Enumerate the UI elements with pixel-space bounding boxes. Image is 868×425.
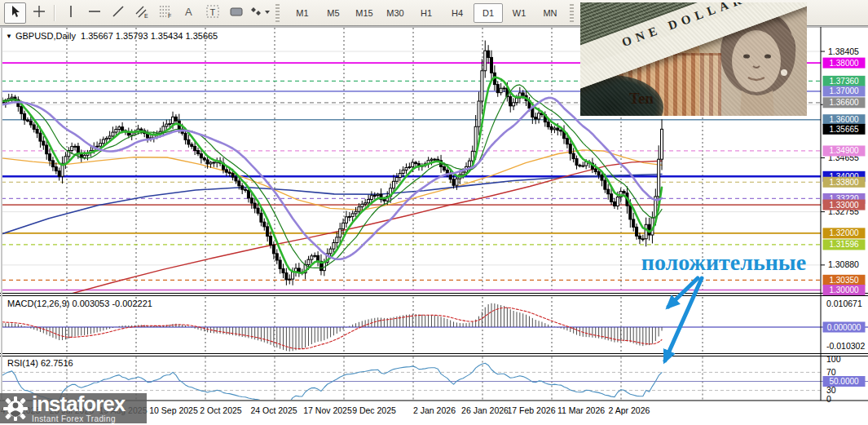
rectangle-tool-button[interactable] bbox=[225, 2, 247, 24]
date-label: 17 Nov 2025 bbox=[303, 405, 352, 415]
price-level-badge-label: 1.30350 bbox=[829, 276, 859, 285]
symbol-name: GBPUSD,Daily bbox=[15, 31, 76, 41]
text-tool-button[interactable]: A bbox=[178, 2, 200, 24]
arrows-tool-button[interactable] bbox=[249, 2, 271, 24]
macd-indicator-label: MACD(12,26,9) 0.003053 -0.002221 bbox=[7, 299, 152, 308]
price-level-badge-label: 1.33000 bbox=[829, 201, 859, 210]
price-level-badge-label: 1.37360 bbox=[829, 77, 859, 86]
rsi-axis-label: 100 bbox=[826, 354, 841, 364]
fibonacci-tool-button[interactable]: F bbox=[154, 2, 176, 24]
svg-text:A: A bbox=[185, 6, 192, 18]
photo-grain-overlay bbox=[580, 2, 807, 116]
price-level-badge-label: 1.34900 bbox=[829, 146, 859, 155]
drawing-toolbar: EFAT bbox=[3, 2, 284, 24]
timeframe-m15-button[interactable]: M15 bbox=[350, 3, 379, 23]
crosshair-icon bbox=[32, 4, 46, 22]
rectangle-icon bbox=[229, 4, 244, 22]
candlestick-series bbox=[2, 41, 663, 286]
price-level-badge-label: 1.31596 bbox=[829, 240, 859, 249]
chevron-down-icon[interactable]: ▼ bbox=[6, 33, 12, 40]
macd-axis-label: -0.010302 bbox=[826, 341, 865, 351]
ohlc-quotes: 1.35667 1.35793 1.35434 1.35665 bbox=[81, 31, 218, 41]
date-label: 2 Oct 2025 bbox=[200, 405, 242, 415]
svg-text:T: T bbox=[209, 7, 215, 16]
price-tick-label: 1.30880 bbox=[828, 259, 859, 269]
date-label: 24 Oct 2025 bbox=[250, 405, 297, 415]
cursor-icon bbox=[8, 4, 23, 22]
text-label-tool-button[interactable]: T bbox=[201, 2, 223, 24]
toolbar-grip[interactable] bbox=[275, 4, 280, 22]
crosshair-tool-button[interactable] bbox=[28, 2, 50, 24]
timeframe-m5-button[interactable]: M5 bbox=[319, 3, 348, 23]
date-label: 2 Apr 2026 bbox=[609, 405, 650, 415]
timeframe-w1-button[interactable]: W1 bbox=[504, 3, 534, 23]
broker-watermark: instaforex Instant Forex Trading bbox=[0, 393, 147, 423]
timeframe-h4-button[interactable]: H4 bbox=[443, 3, 472, 23]
timeframe-m30-button[interactable]: M30 bbox=[381, 3, 410, 23]
vertical-line-icon bbox=[64, 4, 78, 22]
watermark-title: instaforex bbox=[32, 393, 125, 414]
svg-text:E: E bbox=[144, 13, 148, 19]
trendline-icon bbox=[111, 4, 126, 22]
timeframe-mn-button[interactable]: MN bbox=[535, 3, 565, 23]
mt4-chart-window: 1.384051.365301.346551.327551.308801.380… bbox=[0, 0, 868, 425]
text-icon: A bbox=[182, 4, 196, 22]
trendline-tool-button[interactable] bbox=[107, 2, 129, 24]
arrows-icon bbox=[249, 4, 271, 22]
rsi-axis-label: 0 bbox=[826, 394, 831, 404]
equidistant-channel-tool-button[interactable]: E bbox=[130, 2, 152, 24]
svg-text:F: F bbox=[168, 13, 171, 19]
macd-pane bbox=[2, 303, 868, 352]
timeframe-d1-button[interactable]: D1 bbox=[474, 3, 503, 23]
price-level-badge-label: 1.37000 bbox=[829, 86, 859, 95]
fibonacci-icon: F bbox=[158, 4, 173, 22]
price-level-badge-label: 50.0000 bbox=[829, 377, 859, 386]
price-level-badge-label: 1.33800 bbox=[829, 178, 859, 187]
vertical-line-tool-button[interactable] bbox=[59, 2, 82, 24]
price-level-badge-label: 1.32000 bbox=[829, 228, 859, 237]
price-axis[interactable]: 1.384051.365301.346551.327551.308801.380… bbox=[821, 46, 866, 405]
watermark-subtitle: Instant Forex Trading bbox=[32, 415, 125, 423]
horizontal-line-tool-button[interactable] bbox=[83, 2, 105, 24]
price-level-badge-label: 0.000000 bbox=[827, 323, 861, 332]
price-tick-label: 1.38405 bbox=[828, 46, 859, 56]
macd-axis-label: 0.010671 bbox=[826, 299, 862, 308]
text-label-icon: T bbox=[205, 4, 220, 22]
analyst-annotation-text: положительные bbox=[626, 250, 822, 276]
price-level-badge-label: 1.36000 bbox=[829, 115, 859, 124]
date-label: 2 Jan 2026 bbox=[413, 405, 456, 415]
price-level-badge-label: 1.30000 bbox=[829, 286, 859, 294]
cursor-tool-button[interactable] bbox=[4, 2, 26, 24]
timeframe-toolbar: M1M5M15M30H1H4D1W1MN bbox=[287, 3, 566, 23]
date-label: 9 Dec 2025 bbox=[352, 405, 396, 415]
equidistant-channel-icon: E bbox=[134, 4, 149, 22]
symbol-quote-line: ▼GBPUSD,Daily 1.35667 1.35793 1.35434 1.… bbox=[6, 31, 218, 41]
rsi-indicator-label: RSI(14) 62.7516 bbox=[7, 358, 73, 368]
price-level-badge-label: 1.35665 bbox=[829, 125, 859, 134]
slow-moving-averages bbox=[0, 150, 662, 296]
date-label: 26 Jan 2026 bbox=[461, 405, 509, 415]
timeframe-h1-button[interactable]: H1 bbox=[412, 3, 441, 23]
date-label: 11 Mar 2026 bbox=[557, 405, 605, 415]
price-level-badge-label: 1.38000 bbox=[829, 59, 859, 68]
timeframe-m1-button[interactable]: M1 bbox=[288, 3, 317, 23]
toolbar-grip[interactable] bbox=[570, 4, 574, 22]
horizontal-line-icon bbox=[87, 4, 102, 22]
price-level-badge-label: 1.36600 bbox=[829, 98, 859, 107]
currency-photo: Ten 3549675 F ONE DOLLAR bbox=[580, 2, 807, 116]
date-label: 10 Sep 2025 bbox=[149, 405, 198, 415]
rsi-axis-label: 70 bbox=[826, 367, 836, 377]
date-label: 17 Feb 2026 bbox=[508, 405, 556, 415]
toolbar-separator bbox=[54, 5, 55, 21]
instaforex-gear-icon bbox=[3, 396, 28, 421]
